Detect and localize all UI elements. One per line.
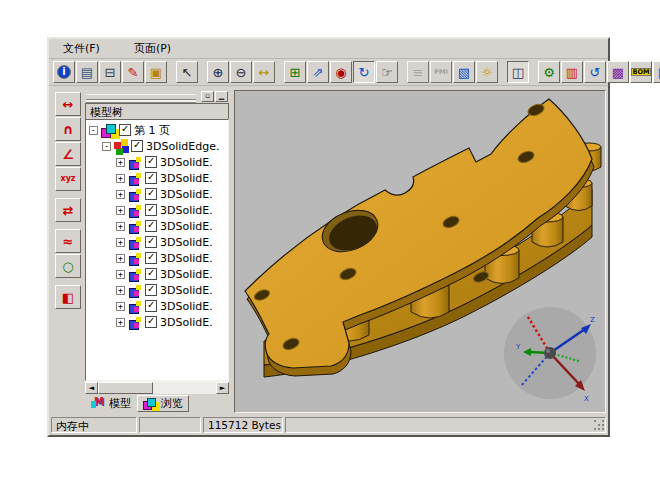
tree-item-part[interactable]: + 3DSolidE.: [86, 154, 228, 170]
measure-volume-button[interactable]: ◧: [55, 285, 81, 309]
expand-toggle-icon[interactable]: +: [116, 286, 125, 295]
tree-item-part[interactable]: + 3DSolidE.: [86, 266, 228, 282]
machine-info-button[interactable]: ▥: [561, 61, 583, 83]
expand-toggle-icon[interactable]: +: [116, 302, 125, 311]
orbit-button[interactable]: ◉: [330, 61, 352, 83]
checkbox[interactable]: [145, 284, 157, 296]
sync-view-button[interactable]: ↺: [584, 61, 606, 83]
collapse-toggle-icon[interactable]: -: [102, 142, 111, 151]
checkbox[interactable]: [145, 316, 157, 328]
view-3d-button[interactable]: ▧: [453, 61, 475, 83]
measure-distance-button[interactable]: ↔: [55, 92, 81, 116]
measure-curve-button[interactable]: ≈: [55, 229, 81, 253]
expand-toggle-icon[interactable]: +: [116, 222, 125, 231]
checkbox[interactable]: [145, 252, 157, 264]
tree-item-part[interactable]: + 3DSolidE.: [86, 170, 228, 186]
tree-item-part[interactable]: + 3DSolidE.: [86, 234, 228, 250]
pan-hand-button[interactable]: ☞: [376, 61, 398, 83]
part-icon: [128, 204, 142, 217]
light-icon: ☼: [481, 66, 493, 79]
checkbox[interactable]: [145, 204, 157, 216]
layers-button[interactable]: ≡: [407, 61, 429, 83]
select-button[interactable]: ↖: [176, 61, 198, 83]
tab-model[interactable]: 模型: [85, 395, 137, 412]
tree-item-label: 3DSolidE.: [160, 316, 213, 329]
expand-toggle-icon[interactable]: +: [116, 270, 125, 279]
expand-toggle-icon[interactable]: +: [116, 206, 125, 215]
measure-radius-button[interactable]: ∩: [55, 117, 81, 141]
tree-item-part[interactable]: + 3DSolidE.: [86, 250, 228, 266]
export-image-button[interactable]: ▣: [145, 61, 167, 83]
report-table-button[interactable]: ▦: [653, 61, 660, 83]
light-button[interactable]: ☼: [476, 61, 498, 83]
pmi-button[interactable]: PMI: [430, 61, 452, 83]
checkbox[interactable]: [145, 172, 157, 184]
measure-area-button[interactable]: ○: [55, 254, 81, 278]
assembly-icon: [114, 139, 128, 153]
tree-item-part[interactable]: + 3DSolidE.: [86, 298, 228, 314]
print-icon: ⊟: [105, 66, 116, 79]
tree-item-part[interactable]: + 3DSolidE.: [86, 202, 228, 218]
checkbox[interactable]: [145, 300, 157, 312]
status-message: [285, 417, 606, 433]
expand-toggle-icon[interactable]: +: [116, 238, 125, 247]
tree-item-part[interactable]: + 3DSolidE.: [86, 314, 228, 330]
checkbox[interactable]: [145, 236, 157, 248]
scrollbar-thumb[interactable]: [98, 382, 153, 394]
part-icon: [128, 284, 142, 297]
rotate-button[interactable]: ↻: [353, 61, 375, 83]
axis-gizmo[interactable]: Z X Y: [504, 307, 596, 403]
tree-item-part[interactable]: + 3DSolidE.: [86, 186, 228, 202]
measure-angle-button[interactable]: ∠: [55, 142, 81, 166]
horizontal-scrollbar[interactable]: ◄ ►: [85, 381, 229, 394]
expand-toggle-icon[interactable]: +: [116, 174, 125, 183]
viewport-3d[interactable]: Z X Y: [234, 90, 606, 413]
tree-item-label: 3DSolidE.: [160, 156, 213, 169]
animation-button[interactable]: ⚙: [538, 61, 560, 83]
measure-gap-button[interactable]: ⇄: [55, 198, 81, 222]
scroll-left-icon[interactable]: ◄: [85, 382, 98, 394]
expand-toggle-icon[interactable]: +: [116, 254, 125, 263]
tree-item-part[interactable]: + 3DSolidE.: [86, 282, 228, 298]
expand-toggle-icon[interactable]: +: [116, 190, 125, 199]
panel-rebar: ▫ ▁: [85, 90, 229, 103]
part-icon: [128, 188, 142, 201]
hide-panel-button[interactable]: ▁: [215, 91, 228, 102]
resize-grip-icon[interactable]: [594, 420, 606, 432]
scroll-right-icon[interactable]: ►: [216, 382, 229, 394]
float-panel-button[interactable]: ▫: [201, 91, 214, 102]
page-layout-button[interactable]: ◫: [507, 61, 529, 83]
scrollbar-track[interactable]: [98, 382, 216, 394]
bom-button[interactable]: BOM: [630, 61, 652, 83]
expand-toggle-icon[interactable]: +: [116, 158, 125, 167]
tree-item-label: 3DSolidE.: [160, 188, 213, 201]
zoom-in-button[interactable]: ⊕: [207, 61, 229, 83]
checkbox[interactable]: [145, 188, 157, 200]
print-preview-button[interactable]: ▤: [76, 61, 98, 83]
drag-grip[interactable]: [86, 94, 196, 100]
checkbox[interactable]: [119, 124, 131, 136]
measure-coordinate-button[interactable]: xyz: [55, 167, 81, 191]
tab-browse[interactable]: 浏览: [137, 395, 189, 412]
collapse-toggle-icon[interactable]: -: [89, 126, 98, 135]
expand-toggle-icon[interactable]: +: [116, 318, 125, 327]
zoom-dynamic-button[interactable]: ⇗: [307, 61, 329, 83]
checkbox[interactable]: [145, 268, 157, 280]
checkbox[interactable]: [131, 140, 143, 152]
print-button[interactable]: ⊟: [99, 61, 121, 83]
menu-file[interactable]: 文件(F): [59, 39, 104, 58]
model-canvas[interactable]: Z X Y: [235, 91, 606, 413]
markup-pen-button[interactable]: ✎: [122, 61, 144, 83]
pan-button[interactable]: ↔: [253, 61, 275, 83]
tree-item-assembly[interactable]: - 3DSolidEdge.: [86, 138, 228, 154]
tree-item-part[interactable]: + 3DSolidE.: [86, 218, 228, 234]
checkbox[interactable]: [145, 156, 157, 168]
checkbox[interactable]: [145, 220, 157, 232]
zoom-window-button[interactable]: ⊞: [284, 61, 306, 83]
model-tree[interactable]: - 第 1 页 - 3DSolidEdge. + 3DSolidE.: [85, 119, 229, 381]
info-button[interactable]: i: [53, 61, 75, 83]
tree-item-page[interactable]: - 第 1 页: [86, 122, 228, 138]
explode-button[interactable]: ▩: [607, 61, 629, 83]
menu-page[interactable]: 页面(P): [130, 39, 175, 58]
zoom-out-button[interactable]: ⊖: [230, 61, 252, 83]
